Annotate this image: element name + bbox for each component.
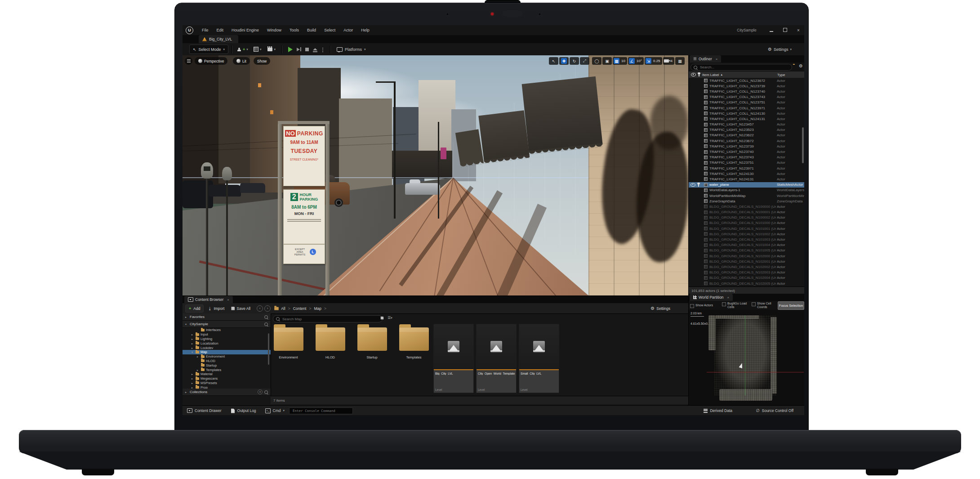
- camera-speed-button[interactable]: 4: [663, 57, 674, 65]
- item-label-column[interactable]: Item Label: [702, 73, 719, 77]
- menu-file[interactable]: File: [198, 25, 213, 35]
- expander-icon[interactable]: ▸: [197, 355, 200, 358]
- view-options-icon[interactable]: ☰▾: [388, 316, 392, 320]
- outliner-row[interactable]: TRAFFIC_LIGHT_N123740Actor: [689, 149, 804, 154]
- expander-icon[interactable]: ▸: [192, 346, 194, 349]
- tree-item-interfaces[interactable]: Interfaces: [183, 328, 271, 332]
- expander-icon[interactable]: ▸: [192, 337, 194, 340]
- restore-button[interactable]: [782, 28, 788, 33]
- select-mode-button[interactable]: ↖ Select Mode▾: [189, 45, 228, 54]
- outliner-scrollbar[interactable]: [802, 127, 804, 163]
- type-column[interactable]: Type: [777, 73, 785, 77]
- outliner-row[interactable]: TRAFFIC_LIGHT_N123971Actor: [689, 166, 804, 171]
- outliner-row[interactable]: TRAFFIC_LIGHT_N123622Actor: [689, 133, 804, 138]
- eye-icon[interactable]: [690, 183, 695, 187]
- menu-houdini-engine[interactable]: Houdini Engine: [227, 25, 263, 35]
- minimize-button[interactable]: [768, 28, 775, 33]
- outliner-row[interactable]: BLDG_GROUND_DECALS_N102004 (UrActor: [689, 275, 804, 281]
- outliner-row[interactable]: TRAFFIC_LIGHT_COLL_N123751Actor: [689, 100, 804, 105]
- asset-search[interactable]: [273, 315, 383, 322]
- tree-item-startup[interactable]: Startup: [183, 363, 271, 367]
- tree-item-localization[interactable]: ▸Localization: [183, 341, 271, 345]
- expander-icon[interactable]: ▸: [192, 377, 194, 380]
- eject-button[interactable]: [313, 48, 317, 50]
- blueprints-button[interactable]: ▾: [250, 47, 265, 52]
- bugitgo-load-cells-checkbox[interactable]: BugItGo Load Cells: [722, 302, 750, 309]
- outliner-row[interactable]: BLDG_GROUND_DECALS_N101001 (UrActor: [689, 226, 804, 231]
- console-input[interactable]: [292, 408, 350, 413]
- outliner-row[interactable]: BLDG_GROUND_DECALS_N101002 (UrActor: [689, 231, 804, 237]
- outliner-row[interactable]: BLDG_GROUND_DECALS_N101000 (UrActor: [689, 220, 804, 226]
- platforms-button[interactable]: Platforms▾: [334, 47, 369, 52]
- world-space-button[interactable]: ◯: [592, 57, 601, 65]
- outliner-row[interactable]: BLDG_GROUND_DECALS_N101003 (UrActor: [689, 237, 804, 242]
- outliner-row[interactable]: TRAFFIC_LIGHT_N123739Actor: [689, 143, 804, 149]
- menu-actor[interactable]: Actor: [339, 25, 357, 35]
- back-button[interactable]: ‹: [257, 305, 263, 312]
- outliner-row[interactable]: TRAFFIC_LIGHT_N123523Actor: [689, 127, 804, 133]
- show-cell-coords-checkbox[interactable]: Show Cell Coords: [752, 302, 777, 309]
- content-drawer-button[interactable]: Content Drawer: [183, 406, 226, 415]
- outliner-row[interactable]: TRAFFIC_LIGHT_N123743Actor: [689, 155, 804, 160]
- rotate-tool-button[interactable]: ↻: [570, 57, 579, 65]
- tree-item-environment[interactable]: ▸Environment: [183, 354, 271, 359]
- tree-item-megascans[interactable]: ▸Megascans: [183, 376, 271, 381]
- tab-world-partition[interactable]: World Partition×: [690, 294, 733, 301]
- outliner-settings-icon[interactable]: ⚙: [799, 63, 803, 68]
- menu-select[interactable]: Select: [320, 25, 339, 35]
- maximize-viewport-button[interactable]: ▦: [675, 57, 685, 65]
- outliner-row[interactable]: BLDG_GROUND_DECALS_N102001 (UrActor: [689, 259, 804, 264]
- close-icon[interactable]: ×: [227, 298, 229, 302]
- content-folder-hlod[interactable]: HLOD: [312, 322, 348, 359]
- asset-search-input[interactable]: [281, 317, 379, 322]
- cmd-dropdown[interactable]: >_ Cmd▾: [261, 406, 289, 415]
- content-folder-environment[interactable]: Environment: [271, 322, 306, 359]
- skip-button[interactable]: [297, 47, 301, 51]
- search-icon[interactable]: [264, 390, 268, 394]
- surface-snap-button[interactable]: ▣: [602, 57, 612, 65]
- outliner-row[interactable]: BLDG_GROUND_DECALS_N101004 (UrActor: [689, 242, 804, 248]
- perspective-button[interactable]: Perspective: [195, 57, 227, 65]
- content-asset-big_city_lvl[interactable]: Big_City_LVLLevel: [433, 324, 474, 393]
- breadcrumb-all[interactable]: All: [281, 306, 285, 311]
- outliner-row[interactable]: TRAFFIC_LIGHT_COLL_N123672Actor: [689, 78, 804, 83]
- content-asset-small_city_lvl[interactable]: Small_City_LVLLevel: [519, 324, 559, 393]
- tab-outliner[interactable]: Outliner×: [690, 55, 721, 63]
- tab-content-browser[interactable]: Content Browser×: [184, 296, 233, 303]
- outliner-row[interactable]: BLDG_GROUND_DECALS_N102005 (UrActor: [689, 281, 804, 286]
- console-input-box[interactable]: [289, 407, 353, 414]
- tree-item-templates[interactable]: ▸Templates: [183, 367, 271, 372]
- show-button[interactable]: Show: [254, 57, 270, 65]
- outliner-row[interactable]: BLDG_GROUND_DECALS_N100000 (UrActor: [689, 204, 804, 209]
- tree-item-mspresets[interactable]: ▸MSPresets: [183, 381, 271, 385]
- outliner-row[interactable]: TRAFFIC_LIGHT_COLL_N123971Actor: [689, 105, 804, 111]
- cb-settings-button[interactable]: ⚙ Settings: [650, 306, 670, 311]
- play-options-icon[interactable]: [322, 48, 323, 49]
- eye-column-icon[interactable]: [691, 73, 696, 76]
- menu-help[interactable]: Help: [357, 25, 374, 35]
- expander-icon[interactable]: ▸: [192, 381, 194, 385]
- collections-header[interactable]: ▸Collections +: [183, 389, 271, 396]
- outliner-row[interactable]: TRAFFIC_LIGHT_N123751Actor: [689, 160, 804, 166]
- outliner-row[interactable]: BLDG_GROUND_DECALS_N102000 (UrActor: [689, 253, 804, 259]
- tree-item-lookdev[interactable]: ▸Lookdev: [183, 345, 271, 350]
- move-tool-button[interactable]: ✚: [559, 57, 569, 65]
- outliner-row[interactable]: ZoneGraphDataZoneGraphData: [689, 198, 804, 204]
- close-icon[interactable]: ×: [727, 295, 730, 300]
- play-button[interactable]: [288, 47, 293, 52]
- grid-snap-button[interactable]: ▦10: [613, 57, 627, 65]
- tree-scrollbar[interactable]: [268, 333, 269, 365]
- outliner-row[interactable]: BLDG_GROUND_DECALS_N102002 (UrActor: [689, 264, 804, 269]
- world-partition-minimap[interactable]: 2.03 km 4.61x5.50x0.77 km: [689, 310, 804, 405]
- 3d-viewport[interactable]: NOPARKING 9AM to 11AM TUESDAY STREET CLE…: [183, 55, 688, 295]
- tree-item-lighting[interactable]: ▸Lighting: [183, 337, 271, 341]
- import-button[interactable]: ⭳ Import: [204, 306, 228, 311]
- close-icon[interactable]: ×: [716, 57, 718, 61]
- content-folder-templates[interactable]: Templates: [396, 322, 432, 359]
- lit-mode-button[interactable]: Lit: [233, 57, 250, 65]
- settings-button[interactable]: ⚙ Settings▾: [768, 47, 792, 52]
- outliner-row[interactable]: TRAFFIC_LIGHT_COLL_N123743Actor: [689, 94, 804, 100]
- outliner-row[interactable]: BLDG_GROUND_DECALS_N101005 (UrActor: [689, 248, 804, 253]
- outliner-row[interactable]: BLDG_GROUND_DECALS_N100001 (UrActor: [689, 210, 804, 215]
- level-tab[interactable]: Big_City_LVL: [199, 35, 238, 43]
